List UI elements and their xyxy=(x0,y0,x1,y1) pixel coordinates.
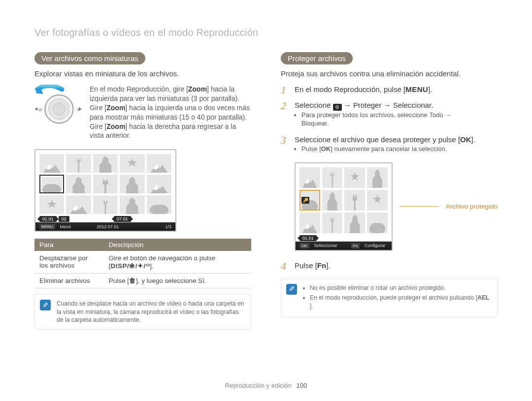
settings-icon xyxy=(333,104,342,111)
thumb-cell xyxy=(66,175,91,193)
ael-button-label: AEL xyxy=(477,294,489,302)
note-item: En el modo reproducción, puede proteger … xyxy=(310,294,491,310)
thumb-cell xyxy=(120,154,144,173)
zoom-dial-text: En el modo Reproducción, gire [Zoom] hac… xyxy=(90,85,251,140)
fn-tag: Fn xyxy=(351,243,360,248)
table-header-para: Para xyxy=(34,239,104,251)
menu-button-label: MENU xyxy=(405,85,428,94)
protect-screen-illustration: 01.01 OK Seleccionar Fn Configurar xyxy=(295,162,393,251)
right-column: Proteger archivos Proteja sus archivos c… xyxy=(281,52,498,330)
thumb-cell xyxy=(66,195,91,214)
thumb-date: 02 xyxy=(59,216,69,222)
section-pill-thumbnails: Ver archivos como miniaturas xyxy=(34,52,145,64)
svg-text:W: W xyxy=(38,108,42,112)
thumb-cell xyxy=(120,195,144,214)
protect-screen-footer: OK Seleccionar Fn Configurar xyxy=(296,241,392,250)
zoom-dial-row: W T En el modo Reproducción, gire [Zoom]… xyxy=(34,85,251,140)
ok-button-label: OK xyxy=(460,135,471,145)
note-text: Cuando se desplace hacia un archivo de v… xyxy=(57,300,244,323)
thumb-cell xyxy=(344,167,365,188)
thumb-cell-protected xyxy=(299,190,320,211)
thumb-cell xyxy=(147,175,171,193)
footer-date: 2012.07.01 xyxy=(97,224,119,229)
thumb-cell xyxy=(39,154,64,173)
thumb-date: 01.01 xyxy=(299,235,317,241)
lock-icon xyxy=(301,197,309,204)
protect-screen-row: 01.01 OK Seleccionar Fn Configurar Archi… xyxy=(295,162,498,251)
footer-section: Reproducción y edición xyxy=(225,382,292,389)
thumb-cell xyxy=(93,175,118,193)
svg-point-2 xyxy=(53,103,66,115)
zoom-dial-illustration: W T xyxy=(34,85,82,126)
page-footer: Reproducción y edición 100 xyxy=(0,382,532,389)
table-header-desc: Descripción xyxy=(104,239,251,251)
thumb-cell xyxy=(344,213,365,233)
callout-line xyxy=(399,206,439,207)
ok-button-label: OK xyxy=(321,145,331,154)
thumb-cell xyxy=(93,154,118,173)
footer-page-index: 1/3 xyxy=(165,224,171,229)
thumb-cell xyxy=(299,167,320,188)
thumb-cell xyxy=(147,195,171,214)
step-3: 3 Seleccione el archivo que desea proteg… xyxy=(281,135,498,155)
steps-list: 1 En el modo Reproducción, pulse [MENU].… xyxy=(281,85,498,317)
thumb-cell xyxy=(322,213,343,233)
step-number: 1 xyxy=(281,85,290,95)
footer-ok-label: Seleccionar xyxy=(314,243,337,248)
step-number: 4 xyxy=(281,261,290,272)
thumbnail-screen-illustration: 01.01 02 07.01 MENU Menú 2012.07.01 1/3 xyxy=(34,149,176,232)
thumb-cell xyxy=(322,190,343,211)
thumb-date: 07.01 xyxy=(114,216,131,222)
left-column: Ver archivos como miniaturas Explorar vi… xyxy=(34,52,251,330)
thumb-cell xyxy=(299,213,320,233)
thumb-date: 01.01 xyxy=(39,216,57,222)
step-number: 2 xyxy=(281,100,290,130)
note-box: Cuando se desplace hacia un archivo de v… xyxy=(34,294,251,329)
thumb-cell xyxy=(367,167,388,188)
note-icon xyxy=(286,284,297,295)
callout-label: Archivo protegido xyxy=(446,203,498,210)
thumb-cell xyxy=(367,190,388,211)
thumb-cell xyxy=(120,175,144,193)
actions-table: Para Descripción Desplazarse por los arc… xyxy=(34,239,251,288)
step-4: 4 Pulse [Fn]. xyxy=(281,261,498,272)
disp-buttons-label: DISP/❀/✦/⌔ xyxy=(111,262,150,270)
table-row: Eliminar archivos Pulse [🗑], y luego sel… xyxy=(34,274,251,288)
section-subtitle: Explorar vistas en miniatura de los arch… xyxy=(34,69,251,78)
menu-tag: MENU xyxy=(39,224,55,229)
thumb-date-bar: 01.01 xyxy=(299,235,388,241)
trash-icon: 🗑 xyxy=(129,277,136,284)
table-row: Desplazarse por los archivos Gire el bot… xyxy=(34,251,251,274)
ok-tag: OK xyxy=(299,243,309,248)
thumb-cell xyxy=(367,213,388,233)
two-column-layout: Ver archivos como miniaturas Explorar vi… xyxy=(34,52,498,330)
note-item: No es posible eliminar o rotar un archiv… xyxy=(310,284,491,292)
thumb-cell xyxy=(344,190,365,211)
thumb-cell xyxy=(147,154,171,173)
thumb-cell xyxy=(93,195,118,214)
step-number: 3 xyxy=(281,135,290,155)
section-pill-protect: Proteger archivos xyxy=(281,52,353,64)
thumb-cell-selected xyxy=(39,175,64,193)
note-box: No es posible eliminar o rotar un archiv… xyxy=(281,278,498,317)
step-3-sub: Pulse [OK] nuevamente para cancelar la s… xyxy=(295,145,498,154)
thumb-screen-footer: MENU Menú 2012.07.01 1/3 xyxy=(35,222,175,231)
footer-page-number: 100 xyxy=(297,382,307,389)
thumb-cell xyxy=(39,195,64,214)
step-1: 1 En el modo Reproducción, pulse [MENU]. xyxy=(281,85,498,95)
step-2: 2 Seleccione → Proteger → Seleccionar. P… xyxy=(281,100,498,130)
step-2-sub: Para proteger todos los archivos, selecc… xyxy=(295,111,498,128)
footer-fn-label: Configurar xyxy=(365,243,385,248)
thumb-cell xyxy=(322,167,343,188)
footer-menu-label: Menú xyxy=(60,224,71,229)
section-subtitle: Proteja sus archivos contra una eliminac… xyxy=(281,69,498,78)
thumb-date-bar: 01.01 02 07.01 xyxy=(39,216,171,222)
note-icon xyxy=(40,300,51,310)
page-title: Ver fotografías o vídeos en el modo Repr… xyxy=(34,27,498,38)
manual-page: Ver fotografías o vídeos en el modo Repr… xyxy=(0,0,532,401)
fn-button-label: Fn xyxy=(317,261,326,271)
thumb-cell xyxy=(66,154,91,173)
svg-rect-3 xyxy=(35,108,37,110)
